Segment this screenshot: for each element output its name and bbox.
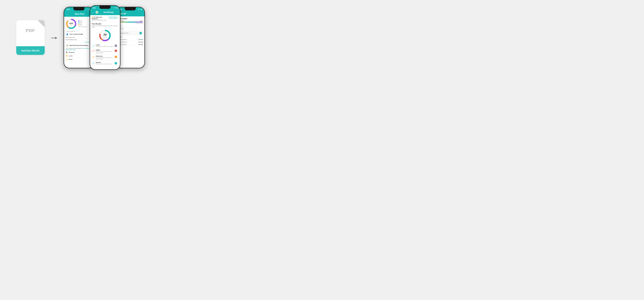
normal-count-row: 17 › [114, 62, 118, 64]
phone2-body: 👋 Hi John Doe Slytherin... Here is your … [90, 15, 120, 67]
normal-count: 17 [114, 62, 117, 64]
legend-dot-teal [78, 22, 80, 23]
field-daily-intake: Daily Intake [118, 27, 143, 30]
bmi-label: Body Mass Index [66, 37, 75, 38]
normal-desc: Achieve the recommended daily [96, 63, 114, 65]
intake-legend: 40% 30% 30% Your Ideal Intake [78, 20, 87, 27]
more-details-link[interactable]: More Details [66, 41, 92, 43]
result-higher[interactable]: ↑ Higher No need to increase the intake … [92, 48, 118, 54]
higher-arrow: › [118, 50, 118, 52]
phone2-screen: 9:41 ▪▪▪ ▾ ▮ ← 🌿 NutriReady [90, 6, 120, 69]
influences-content: Influences Pay extra attention to the in… [96, 55, 114, 60]
legend-val-2: 30% [80, 22, 82, 24]
pdf-corner [38, 20, 45, 27]
pdf-label: PDF [26, 28, 35, 33]
normal-title: Normal [96, 62, 114, 63]
lower-count: 6 [114, 44, 117, 47]
concentration-row: mal condition Higher [118, 20, 143, 21]
arrow-icon: → [50, 33, 59, 42]
nutrients-donut: 28 Nutrients [99, 29, 111, 42]
meal-plan-row: 📋 Meal Plan Recommendation [66, 44, 92, 47]
influences-icon: ℹ [92, 55, 95, 59]
profile-icon: 👤 [66, 33, 69, 36]
pdf-badge: Nutrition Result [16, 46, 45, 55]
influences-arrow: › [118, 56, 118, 58]
legend-dot-orange [78, 24, 80, 25]
serving-val-2: 0.93 mg [138, 41, 143, 43]
lunch-label: Lunch [69, 55, 72, 57]
phone1-time: 9:41 [66, 9, 70, 10]
normal-arrow: › [118, 62, 118, 64]
phone1-header: ← Meal Plan [64, 12, 94, 17]
pdf-card: PDF Nutrition Result [16, 20, 45, 55]
pdf-badge-text: Nutrition Result [18, 49, 43, 52]
meal-lunch: ☀️ Lunch (11 [66, 54, 92, 58]
higher-desc: No need to increase the intake of these … [96, 51, 114, 54]
influences-title: Influences [96, 55, 114, 57]
logo-icon: 🌿 [96, 12, 98, 13]
donut-center: 2400 kcal [69, 22, 73, 25]
higher-count-row: 5 › [114, 49, 118, 52]
phone2-title: NutriReady [99, 11, 118, 13]
phone2-back-icon[interactable]: ← [92, 11, 94, 13]
legend-item-2: 30% [78, 22, 87, 24]
serving-row-2: Nutrient/ Serving: 0.93 mg [118, 41, 143, 43]
nutrients-donut-wrap: 28 Nutrients [92, 29, 118, 42]
toggle-icon[interactable]: ▼ [140, 32, 142, 34]
intake-section: 2400 kcal 40% 30% [66, 18, 92, 29]
report-details-button[interactable]: Report Details [108, 16, 118, 19]
breakfast-label: Breakfast [69, 52, 74, 53]
normal-icon: ✓ [92, 62, 95, 65]
influences-desc: Pay extra attention to the intake of the… [96, 57, 114, 60]
result-lower[interactable]: ↓ Lower Increase your intake of this nut… [92, 43, 118, 48]
meal-plan-text: This meal plan recommendation is b Your … [66, 48, 92, 50]
higher-icon: ↑ [92, 49, 95, 52]
profile-row: 👤 Your Current Profile [66, 33, 92, 36]
phones-container: 9:41 ▪▪▪ ▾ ▮ ← Meal Plan [64, 3, 145, 72]
intake-sub-label: Your Ideal Intake [78, 26, 87, 27]
result-influences[interactable]: ℹ Influences Pay extra attention to the … [92, 54, 118, 61]
profile-title: Your Current Profile [70, 33, 83, 35]
phone1-title: Meal Plan [70, 13, 90, 15]
meal-plan-icon: 📋 [66, 44, 69, 47]
kcal-unit: kcal [69, 24, 73, 25]
results-sub: Nutrients are divided according to the f… [92, 25, 118, 28]
influences-count: 1 [114, 56, 117, 58]
phone2-status-icons: ▪▪▪ ▾ ▮ [113, 7, 118, 9]
lower-desc: Increase your intake of this nutrients [96, 46, 114, 47]
higher-title: Higher [96, 49, 114, 51]
influences-count-row: 1 › [114, 56, 118, 58]
result-normal[interactable]: ✓ Normal Achieve the recommended daily 1… [92, 61, 118, 66]
nutriready-logo: 🌿 [96, 11, 98, 13]
meal-plan-title: Meal Plan Recommendation [70, 45, 88, 46]
phone1-notch [74, 7, 84, 10]
phone2-header: ← 🌿 NutriReady [90, 10, 120, 15]
snack-label: Snack [69, 59, 72, 60]
phone-nutriready: 9:41 ▪▪▪ ▾ ▮ ← 🌿 NutriReady [90, 5, 120, 70]
greeting-text: 👋 Hi John Doe Slytherin... [92, 16, 108, 19]
serving-val-1: 0.25 mg [138, 39, 143, 40]
conc-high-label: Higher [140, 20, 143, 21]
concentration-bar [118, 22, 143, 22]
phone1-body: 2400 kcal 40% 30% [64, 17, 94, 61]
snack-icon: 🌙 [66, 58, 68, 60]
serving-row-1: Nutrient/ Serving: 0.25 mg [118, 38, 143, 41]
meal-breakfast: 🍳 Breakfast (06 [66, 51, 92, 54]
arrow-container: → [48, 33, 60, 42]
greeting-sub: Here is your NutriReady report [92, 19, 108, 21]
bmi-row: Body Mass Index 26. [66, 36, 92, 39]
main-container: PDF Nutrition Result → 9:41 ▪▪▪ ▾ ▮ [0, 0, 161, 75]
meal-snack: 🌙 Snack (15 [66, 58, 92, 61]
greeting-section: 👋 Hi John Doe Slytherin... Here is your … [92, 16, 118, 21]
legend-item-3: 30% [78, 24, 87, 25]
wifi-icon-3: ▾ [140, 9, 141, 10]
lunch-icon: ☀️ [66, 55, 68, 57]
phone2-time: 9:41 [93, 7, 96, 9]
donut2-center: 28 Nutrients [102, 33, 108, 38]
bmr-row: Basal Metabolic Rate [66, 39, 92, 41]
donut-chart: 2400 kcal [66, 18, 77, 29]
phone1-back-icon[interactable]: ← [66, 13, 68, 15]
kcal-value: 2400 [69, 22, 73, 24]
goals-label: Your Goals [66, 30, 92, 32]
results-title: Your Results [92, 23, 118, 25]
